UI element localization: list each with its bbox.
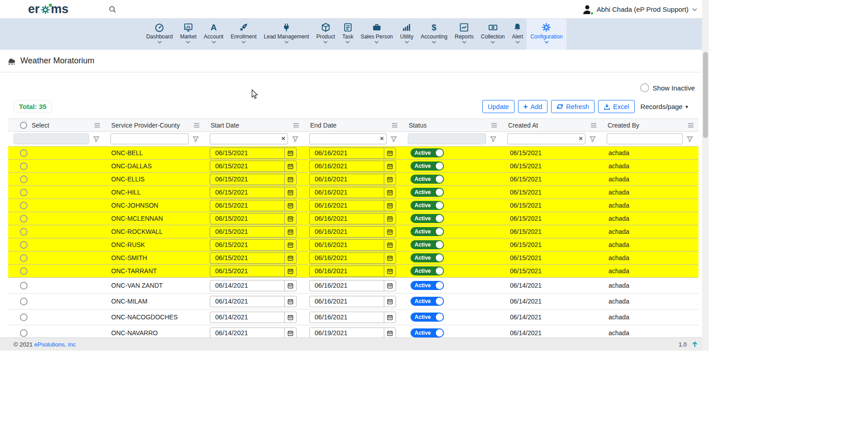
scrollbar-thumb[interactable]	[703, 52, 708, 138]
end-date-input[interactable]: 06/16/2021	[309, 174, 396, 185]
row-select-radio[interactable]	[20, 176, 28, 183]
filter-funnel-icon[interactable]	[193, 136, 199, 142]
column-menu-icon[interactable]	[193, 123, 200, 128]
column-menu-icon[interactable]	[590, 123, 597, 128]
start-date-input[interactable]: 06/15/2021	[210, 226, 297, 237]
filter-created-by-input[interactable]	[607, 133, 683, 144]
status-toggle[interactable]: Active	[410, 188, 444, 197]
nav-item-utility[interactable]: Utility	[396, 19, 417, 50]
filter-service-provider-county-input[interactable]	[110, 133, 189, 144]
row-select-radio[interactable]	[20, 329, 28, 337]
calendar-icon[interactable]	[384, 174, 396, 185]
calendar-icon[interactable]	[284, 240, 296, 250]
filter-funnel-icon[interactable]	[292, 136, 298, 142]
status-toggle[interactable]: Active	[410, 227, 444, 236]
calendar-icon[interactable]	[384, 227, 396, 237]
start-date-input[interactable]: 06/14/2021	[210, 328, 297, 339]
end-date-input[interactable]: 06/16/2021	[309, 266, 396, 277]
nav-item-market[interactable]: Market	[176, 19, 200, 50]
end-date-input[interactable]: 06/16/2021	[309, 312, 396, 323]
add-button[interactable]: + Add	[518, 100, 548, 113]
end-date-input[interactable]: 06/19/2021	[309, 328, 396, 339]
show-inactive-radio[interactable]	[640, 83, 649, 92]
status-toggle[interactable]: Active	[410, 253, 444, 262]
nav-item-accounting[interactable]: $Accounting	[417, 19, 451, 50]
row-select-radio[interactable]	[20, 298, 28, 305]
calendar-icon[interactable]	[384, 187, 396, 198]
records-per-page-dropdown[interactable]: Records/page ▾	[641, 103, 688, 110]
end-date-input[interactable]: 06/16/2021	[309, 200, 396, 211]
calendar-icon[interactable]	[284, 187, 296, 198]
start-date-input[interactable]: 06/15/2021	[210, 174, 297, 185]
excel-button[interactable]: Excel	[598, 100, 634, 113]
filter-funnel-icon[interactable]	[93, 136, 99, 142]
search-icon[interactable]	[108, 5, 116, 13]
column-menu-icon[interactable]	[688, 123, 694, 128]
filter-funnel-icon[interactable]	[490, 136, 496, 142]
row-select-radio[interactable]	[20, 313, 28, 321]
nav-item-task[interactable]: Task	[339, 19, 357, 50]
row-select-radio[interactable]	[20, 228, 28, 236]
status-toggle[interactable]: Active	[410, 161, 444, 171]
status-toggle[interactable]: Active	[410, 175, 444, 184]
row-select-radio[interactable]	[20, 241, 28, 249]
nav-item-sales-person[interactable]: Sales Person	[357, 19, 396, 50]
row-select-radio[interactable]	[20, 254, 28, 262]
start-date-input[interactable]: 06/15/2021	[210, 161, 297, 172]
status-toggle[interactable]: Active	[410, 266, 444, 275]
nav-item-collection[interactable]: Collection	[477, 19, 509, 50]
calendar-icon[interactable]	[384, 266, 396, 276]
filter-created-at-input[interactable]	[507, 133, 585, 144]
end-date-input[interactable]: 06/16/2021	[309, 213, 396, 224]
filter-funnel-icon[interactable]	[687, 136, 693, 142]
clear-filter-icon[interactable]: ×	[579, 135, 583, 142]
calendar-icon[interactable]	[284, 148, 296, 158]
filter-start-date-input[interactable]	[210, 133, 288, 144]
end-date-input[interactable]: 06/16/2021	[309, 226, 396, 237]
calendar-icon[interactable]	[284, 174, 296, 185]
row-select-radio[interactable]	[20, 215, 28, 223]
filter-end-date-input[interactable]	[309, 133, 387, 144]
status-toggle[interactable]: Active	[410, 328, 444, 337]
calendar-icon[interactable]	[384, 200, 396, 211]
start-date-input[interactable]: 06/14/2021	[210, 296, 297, 307]
nav-item-product[interactable]: Product	[313, 19, 339, 50]
calendar-icon[interactable]	[384, 328, 396, 338]
calendar-icon[interactable]	[384, 214, 396, 224]
nav-item-alert[interactable]: Alert	[509, 19, 527, 50]
end-date-input[interactable]: 06/16/2021	[309, 187, 396, 198]
start-date-input[interactable]: 06/15/2021	[210, 213, 297, 224]
vertical-scrollbar[interactable]	[702, 0, 709, 351]
calendar-icon[interactable]	[384, 296, 396, 307]
calendar-icon[interactable]	[284, 227, 296, 237]
status-toggle[interactable]: Active	[410, 240, 444, 249]
calendar-icon[interactable]	[284, 253, 296, 263]
end-date-input[interactable]: 06/16/2021	[309, 161, 396, 172]
calendar-icon[interactable]	[284, 296, 296, 307]
nav-item-configuration[interactable]: Configuration	[527, 19, 566, 50]
company-link[interactable]: ePsolutions, Inc	[34, 341, 76, 348]
scroll-top-icon[interactable]	[691, 341, 698, 348]
column-menu-icon[interactable]	[491, 123, 497, 128]
row-select-radio[interactable]	[20, 149, 28, 157]
calendar-icon[interactable]	[384, 148, 396, 158]
nav-item-dashboard[interactable]: Dashboard	[142, 19, 176, 50]
calendar-icon[interactable]	[284, 280, 296, 291]
refresh-button[interactable]: Refresh	[551, 100, 594, 113]
nav-item-reports[interactable]: Reports	[451, 19, 477, 50]
calendar-icon[interactable]	[284, 214, 296, 224]
calendar-icon[interactable]	[284, 312, 296, 323]
filter-funnel-icon[interactable]	[590, 136, 596, 142]
calendar-icon[interactable]	[284, 200, 296, 211]
start-date-input[interactable]: 06/15/2021	[210, 200, 297, 211]
start-date-input[interactable]: 06/15/2021	[210, 147, 297, 159]
user-menu[interactable]: Abhi Chada (eP Prod Support)	[581, 0, 697, 19]
column-menu-icon[interactable]	[94, 123, 100, 128]
calendar-icon[interactable]	[384, 312, 396, 323]
column-menu-icon[interactable]	[392, 123, 398, 128]
end-date-input[interactable]: 06/16/2021	[309, 147, 396, 159]
calendar-icon[interactable]	[384, 240, 396, 250]
status-toggle[interactable]: Active	[410, 297, 444, 306]
nav-item-lead-management[interactable]: Lead Management	[260, 19, 313, 50]
end-date-input[interactable]: 06/16/2021	[309, 252, 396, 264]
